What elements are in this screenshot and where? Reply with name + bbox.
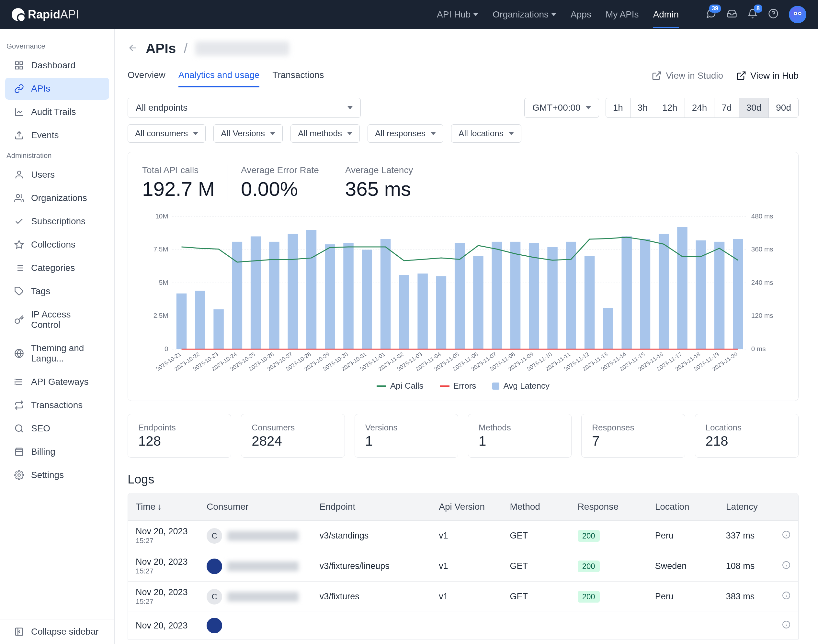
sidebar-item-collections[interactable]: Collections (5, 234, 109, 256)
col-header-location[interactable]: Location (655, 501, 726, 512)
svg-rect-28 (306, 230, 317, 349)
sidebar-item-billing[interactable]: Billing (5, 441, 109, 463)
sidebar-item-dashboard[interactable]: Dashboard (5, 54, 109, 77)
analytics-panel: Total API calls192.7 MAverage Error Rate… (128, 152, 799, 401)
logs-table: Time↓ConsumerEndpointApi VersionMethodRe… (128, 493, 799, 639)
filter-all-methods[interactable]: All methods (291, 124, 360, 143)
nav-icons: 39 8 (706, 6, 806, 23)
endpoints-filter[interactable]: All endpoints (128, 98, 361, 118)
user-avatar[interactable] (789, 6, 806, 23)
svg-rect-26 (269, 242, 280, 349)
nav-admin[interactable]: Admin (653, 9, 679, 28)
filter-all-responses[interactable]: All responses (367, 124, 443, 143)
col-header-consumer[interactable]: Consumer (207, 501, 320, 512)
sidebar-item-categories[interactable]: Categories (5, 257, 109, 279)
tab-analytics-and-usage[interactable]: Analytics and usage (178, 64, 260, 87)
sidebar-section-governance: Governance (0, 38, 114, 53)
nav-my-apis[interactable]: My APIs (606, 9, 639, 20)
log-row[interactable]: Nov 20, 2023 (128, 612, 798, 639)
metric-total-api-calls: Total API calls192.7 M (142, 165, 228, 200)
sidebar-item-subscriptions[interactable]: Subscriptions (5, 210, 109, 232)
filter-all-locations[interactable]: All locations (451, 124, 521, 143)
card-methods[interactable]: Methods1 (468, 414, 572, 458)
svg-rect-39 (510, 242, 521, 349)
range-30d[interactable]: 30d (739, 98, 769, 118)
top-header: RapidAPI API HubOrganizationsAppsMy APIs… (0, 0, 818, 29)
sidebar-item-transactions[interactable]: Transactions (5, 394, 109, 416)
nav-organizations[interactable]: Organizations (492, 9, 557, 20)
timezone-select[interactable]: GMT+00:00 (524, 98, 599, 118)
col-header-latency[interactable]: Latency (726, 501, 774, 512)
filter-all-versions[interactable]: All Versions (214, 124, 283, 143)
metric-average-latency: Average Latency365 ms (332, 165, 426, 200)
filter-all-consumers[interactable]: All consumers (128, 124, 206, 143)
time-range-group: 1h3h12h24h7d30d90d (606, 98, 799, 118)
tabs: OverviewAnalytics and usageTransactions (128, 64, 324, 87)
svg-rect-27 (288, 234, 298, 349)
range-3h[interactable]: 3h (630, 98, 655, 118)
sidebar-item-ip-access-control[interactable]: IP Access Control (5, 304, 109, 336)
inbox-icon[interactable] (727, 8, 737, 21)
breadcrumb-current-blurred (195, 41, 289, 56)
metric-average-error-rate: Average Error Rate0.00% (228, 165, 332, 200)
range-12h[interactable]: 12h (655, 98, 685, 118)
svg-rect-46 (640, 239, 650, 349)
col-header-time[interactable]: Time↓ (136, 501, 207, 512)
svg-text:7.5M: 7.5M (154, 246, 168, 253)
sidebar-item-theming-and-langu-[interactable]: Theming and Langu... (5, 337, 109, 370)
svg-text:0 ms: 0 ms (751, 345, 766, 353)
tab-transactions[interactable]: Transactions (272, 64, 324, 87)
card-locations[interactable]: Locations218 (695, 414, 799, 458)
view-in-studio-link[interactable]: View in Studio (652, 71, 723, 81)
svg-rect-37 (473, 256, 483, 349)
range-90d[interactable]: 90d (769, 98, 798, 118)
logo-mark-icon (12, 8, 25, 21)
col-header-api-version[interactable]: Api Version (439, 501, 510, 512)
range-24h[interactable]: 24h (685, 98, 715, 118)
svg-text:360 ms: 360 ms (751, 246, 773, 253)
log-row[interactable]: Nov 20, 202315:27 v3/fixtures/lineups v1… (128, 551, 798, 581)
svg-rect-38 (492, 242, 502, 349)
svg-rect-30 (343, 243, 354, 349)
collapse-sidebar-button[interactable]: Collapse sidebar (5, 621, 109, 643)
card-endpoints[interactable]: Endpoints128 (128, 414, 231, 458)
card-versions[interactable]: Versions1 (355, 414, 458, 458)
bell-icon[interactable]: 8 (747, 8, 758, 21)
sidebar-item-settings[interactable]: Settings (5, 464, 109, 486)
card-consumers[interactable]: Consumers2824 (241, 414, 344, 458)
sidebar-item-users[interactable]: Users (5, 164, 109, 186)
card-responses[interactable]: Responses7 (581, 414, 685, 458)
sidebar-item-events[interactable]: Events (5, 124, 109, 146)
nav-apps[interactable]: Apps (570, 9, 591, 20)
log-row[interactable]: Nov 20, 202315:27 C v3/standings v1 GET … (128, 520, 798, 551)
svg-rect-43 (584, 256, 595, 349)
help-icon[interactable] (768, 8, 778, 21)
logs-title: Logs (128, 472, 799, 486)
svg-rect-21 (177, 293, 187, 349)
col-header-response[interactable]: Response (578, 501, 655, 512)
log-row[interactable]: Nov 20, 202315:27 C v3/fixtures v1 GET 2… (128, 581, 798, 612)
range-7d[interactable]: 7d (714, 98, 739, 118)
sidebar-item-organizations[interactable]: Organizations (5, 187, 109, 209)
range-1h[interactable]: 1h (606, 98, 630, 118)
view-in-hub-link[interactable]: View in Hub (736, 71, 799, 81)
svg-rect-45 (621, 236, 632, 350)
sidebar-item-audit-trails[interactable]: Audit Trails (5, 101, 109, 123)
nav-api-hub[interactable]: API Hub (437, 9, 478, 20)
svg-text:240 ms: 240 ms (751, 279, 773, 286)
svg-rect-48 (677, 227, 687, 349)
svg-rect-31 (362, 250, 372, 350)
back-arrow-icon[interactable] (128, 41, 138, 56)
logo[interactable]: RapidAPI (12, 8, 79, 21)
sidebar-item-apis[interactable]: APIs (5, 78, 109, 100)
svg-rect-47 (659, 234, 669, 349)
messages-icon[interactable]: 39 (706, 8, 717, 21)
breadcrumb-apis[interactable]: APIs (146, 41, 176, 56)
svg-text:2.5M: 2.5M (154, 312, 168, 319)
tab-overview[interactable]: Overview (128, 64, 166, 87)
sidebar-item-tags[interactable]: Tags (5, 280, 109, 302)
sidebar-item-seo[interactable]: SEO (5, 417, 109, 440)
col-header-method[interactable]: Method (510, 501, 577, 512)
sidebar-item-api-gateways[interactable]: API Gateways (5, 371, 109, 393)
col-header-endpoint[interactable]: Endpoint (320, 501, 439, 512)
